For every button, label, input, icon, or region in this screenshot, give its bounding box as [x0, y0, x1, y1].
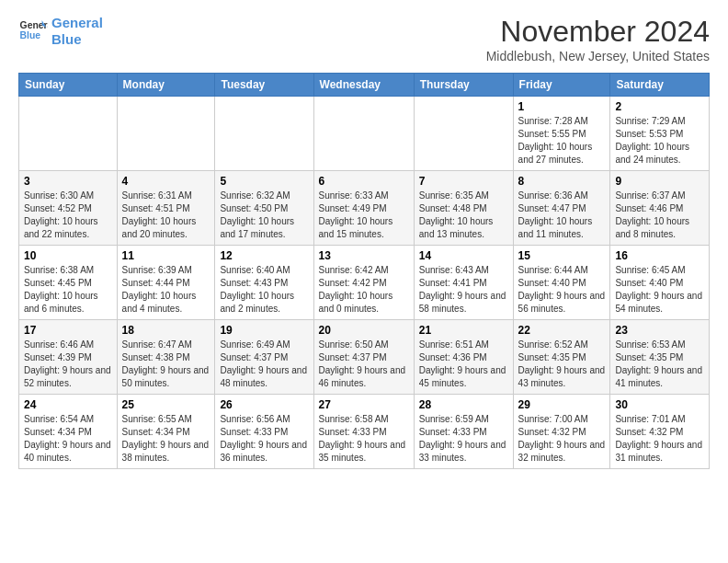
day-number: 17: [24, 324, 112, 337]
day-number: 8: [518, 175, 606, 188]
week-row-2: 3Sunrise: 6:30 AM Sunset: 4:52 PM Daylig…: [19, 171, 710, 246]
day-number: 29: [518, 398, 606, 411]
day-info: Sunrise: 6:54 AM Sunset: 4:34 PM Dayligh…: [24, 413, 112, 465]
day-info: Sunrise: 6:32 AM Sunset: 4:50 PM Dayligh…: [220, 190, 308, 241]
calendar-cell: 22Sunrise: 6:52 AM Sunset: 4:35 PM Dayli…: [513, 320, 610, 395]
calendar-cell: 6Sunrise: 6:33 AM Sunset: 4:49 PM Daylig…: [313, 171, 414, 246]
week-row-3: 10Sunrise: 6:38 AM Sunset: 4:45 PM Dayli…: [19, 246, 710, 320]
day-number: 30: [615, 398, 704, 411]
day-info: Sunrise: 6:46 AM Sunset: 4:39 PM Dayligh…: [24, 339, 112, 390]
day-number: 1: [518, 100, 606, 113]
day-info: Sunrise: 6:35 AM Sunset: 4:48 PM Dayligh…: [419, 190, 508, 241]
calendar-cell: 21Sunrise: 6:51 AM Sunset: 4:36 PM Dayli…: [414, 320, 513, 395]
day-number: 15: [518, 249, 606, 262]
day-info: Sunrise: 7:01 AM Sunset: 4:32 PM Dayligh…: [615, 413, 704, 465]
day-number: 11: [122, 249, 210, 262]
day-number: 3: [24, 175, 112, 188]
calendar-cell: 19Sunrise: 6:49 AM Sunset: 4:37 PM Dayli…: [215, 320, 313, 395]
calendar-cell: 8Sunrise: 6:36 AM Sunset: 4:47 PM Daylig…: [513, 171, 610, 246]
calendar-cell: 25Sunrise: 6:55 AM Sunset: 4:34 PM Dayli…: [117, 395, 215, 469]
day-info: Sunrise: 6:58 AM Sunset: 4:33 PM Dayligh…: [319, 413, 409, 465]
week-row-4: 17Sunrise: 6:46 AM Sunset: 4:39 PM Dayli…: [19, 320, 710, 395]
day-number: 16: [615, 249, 704, 262]
day-info: Sunrise: 6:43 AM Sunset: 4:41 PM Dayligh…: [419, 264, 508, 316]
header: General Blue General Blue November 2024 …: [18, 15, 710, 63]
day-info: Sunrise: 6:37 AM Sunset: 4:46 PM Dayligh…: [615, 190, 704, 241]
day-number: 10: [24, 249, 112, 262]
calendar-cell: 18Sunrise: 6:47 AM Sunset: 4:38 PM Dayli…: [117, 320, 215, 395]
day-number: 19: [220, 324, 308, 337]
logo-icon: General Blue: [18, 17, 48, 46]
day-number: 14: [419, 249, 508, 262]
day-info: Sunrise: 6:36 AM Sunset: 4:47 PM Dayligh…: [518, 190, 606, 241]
day-info: Sunrise: 6:49 AM Sunset: 4:37 PM Dayligh…: [220, 339, 308, 390]
calendar-cell: 29Sunrise: 7:00 AM Sunset: 4:32 PM Dayli…: [513, 395, 610, 469]
calendar-cell: 1Sunrise: 7:28 AM Sunset: 5:55 PM Daylig…: [513, 97, 610, 171]
location-subtitle: Middlebush, New Jersey, United States: [486, 49, 710, 63]
day-info: Sunrise: 6:55 AM Sunset: 4:34 PM Dayligh…: [122, 413, 210, 465]
calendar-table: SundayMondayTuesdayWednesdayThursdayFrid…: [18, 73, 710, 469]
day-number: 25: [122, 398, 210, 411]
logo: General Blue General Blue: [18, 15, 103, 48]
day-info: Sunrise: 6:47 AM Sunset: 4:38 PM Dayligh…: [122, 339, 210, 390]
calendar-cell: 5Sunrise: 6:32 AM Sunset: 4:50 PM Daylig…: [215, 171, 313, 246]
day-info: Sunrise: 7:00 AM Sunset: 4:32 PM Dayligh…: [518, 413, 606, 465]
day-info: Sunrise: 6:44 AM Sunset: 4:40 PM Dayligh…: [518, 264, 606, 316]
day-info: Sunrise: 6:51 AM Sunset: 4:36 PM Dayligh…: [419, 339, 508, 390]
day-number: 18: [122, 324, 210, 337]
calendar-cell: 30Sunrise: 7:01 AM Sunset: 4:32 PM Dayli…: [610, 395, 710, 469]
day-number: 28: [419, 398, 508, 411]
calendar-cell: 13Sunrise: 6:42 AM Sunset: 4:42 PM Dayli…: [313, 246, 414, 320]
logo-general: General: [51, 15, 103, 30]
day-number: 2: [615, 100, 704, 113]
calendar-cell: 7Sunrise: 6:35 AM Sunset: 4:48 PM Daylig…: [414, 171, 513, 246]
day-info: Sunrise: 6:33 AM Sunset: 4:49 PM Dayligh…: [319, 190, 409, 241]
calendar-cell: 4Sunrise: 6:31 AM Sunset: 4:51 PM Daylig…: [117, 171, 215, 246]
header-saturday: Saturday: [610, 74, 710, 97]
day-info: Sunrise: 7:29 AM Sunset: 5:53 PM Dayligh…: [615, 115, 704, 167]
day-info: Sunrise: 6:59 AM Sunset: 4:33 PM Dayligh…: [419, 413, 508, 465]
day-info: Sunrise: 6:30 AM Sunset: 4:52 PM Dayligh…: [24, 190, 112, 241]
calendar-cell: 14Sunrise: 6:43 AM Sunset: 4:41 PM Dayli…: [414, 246, 513, 320]
calendar-cell: 3Sunrise: 6:30 AM Sunset: 4:52 PM Daylig…: [19, 171, 118, 246]
day-info: Sunrise: 6:42 AM Sunset: 4:42 PM Dayligh…: [319, 264, 409, 316]
day-info: Sunrise: 6:56 AM Sunset: 4:33 PM Dayligh…: [220, 413, 308, 465]
calendar-cell: 17Sunrise: 6:46 AM Sunset: 4:39 PM Dayli…: [19, 320, 118, 395]
calendar-cell: 10Sunrise: 6:38 AM Sunset: 4:45 PM Dayli…: [19, 246, 118, 320]
logo-blue: Blue: [51, 31, 82, 47]
calendar-cell: 27Sunrise: 6:58 AM Sunset: 4:33 PM Dayli…: [313, 395, 414, 469]
day-info: Sunrise: 6:53 AM Sunset: 4:35 PM Dayligh…: [615, 339, 704, 390]
day-number: 27: [319, 398, 409, 411]
calendar-cell: 23Sunrise: 6:53 AM Sunset: 4:35 PM Dayli…: [610, 320, 710, 395]
day-info: Sunrise: 6:45 AM Sunset: 4:40 PM Dayligh…: [615, 264, 704, 316]
week-row-1: 1Sunrise: 7:28 AM Sunset: 5:55 PM Daylig…: [19, 97, 710, 171]
calendar-cell: [414, 97, 513, 171]
calendar-cell: 20Sunrise: 6:50 AM Sunset: 4:37 PM Dayli…: [313, 320, 414, 395]
day-info: Sunrise: 6:31 AM Sunset: 4:51 PM Dayligh…: [122, 190, 210, 241]
day-number: 24: [24, 398, 112, 411]
logo-text: General Blue: [51, 15, 103, 48]
calendar-cell: 24Sunrise: 6:54 AM Sunset: 4:34 PM Dayli…: [19, 395, 118, 469]
calendar-cell: [215, 97, 313, 171]
day-number: 7: [419, 175, 508, 188]
calendar-cell: 11Sunrise: 6:39 AM Sunset: 4:44 PM Dayli…: [117, 246, 215, 320]
calendar-cell: 16Sunrise: 6:45 AM Sunset: 4:40 PM Dayli…: [610, 246, 710, 320]
day-info: Sunrise: 6:39 AM Sunset: 4:44 PM Dayligh…: [122, 264, 210, 316]
day-number: 26: [220, 398, 308, 411]
day-info: Sunrise: 6:38 AM Sunset: 4:45 PM Dayligh…: [24, 264, 112, 316]
calendar-cell: 9Sunrise: 6:37 AM Sunset: 4:46 PM Daylig…: [610, 171, 710, 246]
day-number: 6: [319, 175, 409, 188]
week-row-5: 24Sunrise: 6:54 AM Sunset: 4:34 PM Dayli…: [19, 395, 710, 469]
svg-text:Blue: Blue: [20, 30, 41, 40]
header-monday: Monday: [117, 74, 215, 97]
calendar-cell: 12Sunrise: 6:40 AM Sunset: 4:43 PM Dayli…: [215, 246, 313, 320]
header-sunday: Sunday: [19, 74, 118, 97]
day-number: 13: [319, 249, 409, 262]
header-tuesday: Tuesday: [215, 74, 313, 97]
month-title: November 2024: [486, 15, 710, 49]
day-info: Sunrise: 7:28 AM Sunset: 5:55 PM Dayligh…: [518, 115, 606, 167]
header-thursday: Thursday: [414, 74, 513, 97]
calendar-cell: 28Sunrise: 6:59 AM Sunset: 4:33 PM Dayli…: [414, 395, 513, 469]
calendar-cell: 26Sunrise: 6:56 AM Sunset: 4:33 PM Dayli…: [215, 395, 313, 469]
day-info: Sunrise: 6:52 AM Sunset: 4:35 PM Dayligh…: [518, 339, 606, 390]
